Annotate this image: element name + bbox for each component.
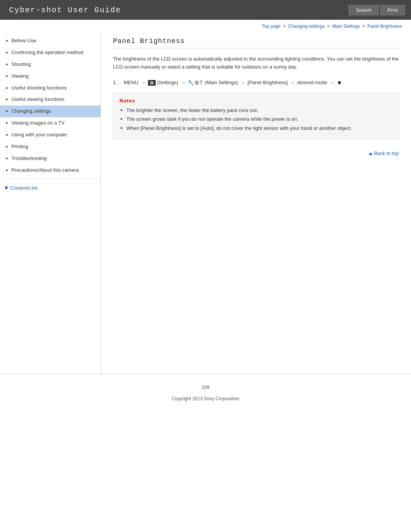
print-button[interactable]: Print bbox=[380, 5, 405, 15]
sidebar-item-confirming[interactable]: ► Confirming the operation method bbox=[0, 47, 100, 59]
footer: Copyright 2013 Sony Corporation bbox=[0, 393, 411, 409]
arrow-right-icon bbox=[5, 186, 8, 190]
sidebar-label: Changing settings bbox=[11, 108, 96, 115]
step-number: 1． bbox=[113, 78, 121, 87]
notes-title: Notes bbox=[119, 98, 392, 104]
arrow-icon: ► bbox=[5, 50, 9, 55]
sidebar-label: Viewing images on a TV bbox=[11, 120, 96, 126]
back-to-top-link[interactable]: Back to top bbox=[369, 150, 399, 156]
arrow-icon: ► bbox=[5, 120, 9, 125]
notes-list: The brighter the screen, the faster the … bbox=[119, 107, 392, 132]
sidebar-label: Precautions/About this camera bbox=[11, 167, 96, 174]
breadcrumb-main-settings[interactable]: Main Settings bbox=[332, 24, 360, 29]
arrow-icon: ► bbox=[5, 144, 9, 149]
settings-icon bbox=[148, 80, 156, 86]
sidebar-label: Before Use bbox=[11, 38, 96, 44]
contents-list-label: Contents list bbox=[10, 185, 38, 191]
arrow-symbol: → bbox=[141, 78, 146, 87]
step-menu: MENU bbox=[124, 78, 138, 87]
sidebar-item-before-use[interactable]: ► Before Use bbox=[0, 35, 100, 47]
sidebar-item-useful-shooting[interactable]: ► Useful shooting functions bbox=[0, 82, 100, 94]
header-buttons: Search Print bbox=[349, 5, 405, 15]
sidebar-label: Viewing bbox=[11, 73, 96, 80]
sidebar-label: Troubleshooting bbox=[11, 155, 96, 162]
arrow-icon: ► bbox=[5, 168, 9, 173]
arrow-icon: ► bbox=[5, 38, 9, 43]
breadcrumb-changing[interactable]: Changing settings bbox=[288, 24, 325, 29]
sidebar-item-computer[interactable]: ► Using with your computer bbox=[0, 129, 100, 141]
notes-box: Notes The brighter the screen, the faste… bbox=[113, 93, 399, 139]
sidebar-label: Printing bbox=[11, 144, 96, 150]
sidebar-item-precautions[interactable]: ► Precautions/About this camera bbox=[0, 165, 100, 176]
svg-text:🔧: 🔧 bbox=[188, 80, 194, 86]
step-panel-brightness: [Panel Brightness] bbox=[248, 78, 288, 87]
main-layout: ► Before Use ► Confirming the operation … bbox=[0, 31, 411, 374]
back-to-top[interactable]: Back to top bbox=[113, 150, 399, 156]
bullet-dot-icon bbox=[338, 81, 341, 84]
arrow-symbol: → bbox=[180, 78, 185, 87]
svg-rect-3 bbox=[149, 81, 150, 81]
sidebar-label: Useful viewing functions bbox=[11, 96, 96, 103]
triangle-up-icon bbox=[369, 152, 373, 155]
breadcrumb-top[interactable]: Top page bbox=[262, 24, 280, 29]
sidebar-item-changing-settings[interactable]: ► Changing settings bbox=[0, 105, 100, 117]
step-settings-text: (Settings) bbox=[157, 78, 178, 87]
sidebar-item-useful-viewing[interactable]: ► Useful viewing functions bbox=[0, 94, 100, 105]
page-title: Panel Brightness bbox=[113, 37, 399, 48]
step-instruction: 1． MENU → (Settings) → 🔧 ⚙𝕋 bbox=[113, 78, 399, 88]
arrow-icon: ► bbox=[5, 73, 9, 78]
content-body: The brightness of the LCD screen is auto… bbox=[113, 55, 399, 71]
sidebar-item-printing[interactable]: ► Printing bbox=[0, 141, 100, 153]
arrow-icon: ► bbox=[5, 97, 9, 102]
sidebar-label: Shooting bbox=[11, 61, 96, 68]
main-settings-icon: 🔧 ⚙𝕋 bbox=[188, 78, 203, 88]
contents-list-link[interactable]: Contents list bbox=[0, 181, 100, 193]
note-item: The brighter the screen, the faster the … bbox=[119, 107, 392, 114]
app-title: Cyber-shot User Guide bbox=[9, 6, 121, 14]
arrow-icon: ► bbox=[5, 62, 9, 67]
step-main-settings-text: (Main Settings) bbox=[205, 78, 238, 87]
arrow-symbol: → bbox=[330, 78, 335, 87]
arrow-icon: ► bbox=[5, 85, 9, 90]
page-number: 109 bbox=[0, 378, 411, 393]
header: Cyber-shot User Guide Search Print bbox=[0, 0, 411, 20]
arrow-icon: ► bbox=[5, 109, 9, 113]
svg-point-2 bbox=[151, 82, 153, 83]
sidebar-label: Using with your computer bbox=[11, 132, 96, 138]
copyright: Copyright 2013 Sony Corporation bbox=[172, 396, 239, 401]
search-button[interactable]: Search bbox=[349, 5, 379, 15]
sidebar-item-shooting[interactable]: ► Shooting bbox=[0, 59, 100, 70]
sidebar: ► Before Use ► Confirming the operation … bbox=[0, 31, 101, 374]
arrow-icon: ► bbox=[5, 156, 9, 161]
sidebar-item-viewing[interactable]: ► Viewing bbox=[0, 70, 100, 82]
sidebar-item-viewing-tv[interactable]: ► Viewing images on a TV bbox=[0, 117, 100, 129]
sidebar-divider bbox=[0, 179, 100, 179]
breadcrumb-current: Panel Brightness bbox=[367, 24, 402, 29]
footer-divider bbox=[0, 374, 411, 374]
arrow-icon: ► bbox=[5, 132, 9, 137]
main-content: Panel Brightness The brightness of the L… bbox=[101, 31, 411, 374]
sidebar-label: Useful shooting functions bbox=[11, 85, 96, 91]
breadcrumb: Top page > Changing settings > Main Sett… bbox=[0, 20, 411, 31]
sidebar-item-troubleshooting[interactable]: ► Troubleshooting bbox=[0, 153, 100, 165]
arrow-symbol: → bbox=[290, 78, 295, 87]
sidebar-label: Confirming the operation method bbox=[11, 50, 96, 56]
step-desired-mode: desired mode bbox=[297, 78, 327, 87]
note-item: The screen grows dark if you do not oper… bbox=[119, 115, 392, 123]
note-item: When [Panel Brightness] is set to [Auto]… bbox=[119, 125, 392, 132]
svg-rect-4 bbox=[153, 84, 155, 85]
arrow-symbol: → bbox=[241, 78, 245, 87]
